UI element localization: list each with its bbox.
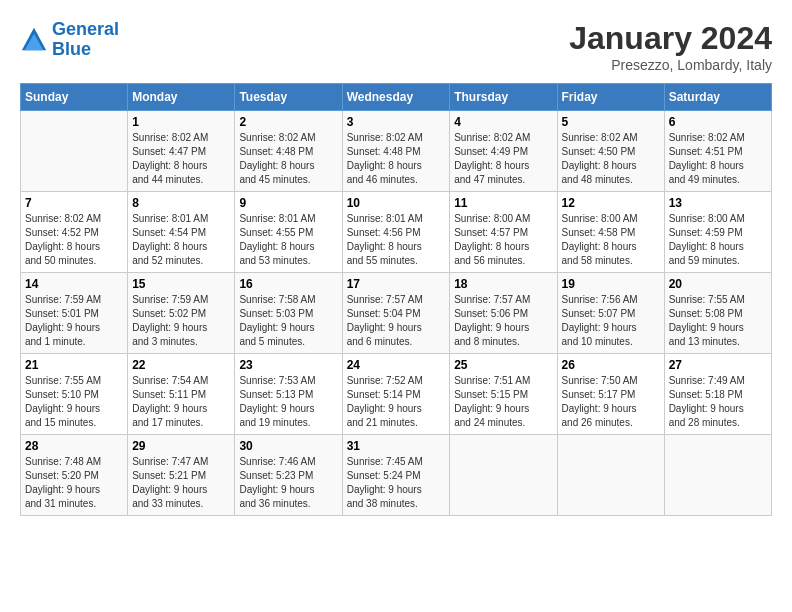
calendar-cell [557,435,664,516]
day-number: 21 [25,358,123,372]
day-number: 19 [562,277,660,291]
day-info: Sunrise: 7:51 AM Sunset: 5:15 PM Dayligh… [454,374,552,430]
calendar-cell: 2Sunrise: 8:02 AM Sunset: 4:48 PM Daylig… [235,111,342,192]
logo-text: General Blue [52,20,119,60]
calendar-cell: 22Sunrise: 7:54 AM Sunset: 5:11 PM Dayli… [128,354,235,435]
calendar-cell: 1Sunrise: 8:02 AM Sunset: 4:47 PM Daylig… [128,111,235,192]
calendar-cell: 3Sunrise: 8:02 AM Sunset: 4:48 PM Daylig… [342,111,450,192]
day-number: 18 [454,277,552,291]
day-info: Sunrise: 7:50 AM Sunset: 5:17 PM Dayligh… [562,374,660,430]
day-info: Sunrise: 8:01 AM Sunset: 4:55 PM Dayligh… [239,212,337,268]
day-number: 26 [562,358,660,372]
weekday-header: Sunday [21,84,128,111]
day-info: Sunrise: 7:47 AM Sunset: 5:21 PM Dayligh… [132,455,230,511]
calendar-cell: 6Sunrise: 8:02 AM Sunset: 4:51 PM Daylig… [664,111,771,192]
location-subtitle: Presezzo, Lombardy, Italy [569,57,772,73]
title-area: January 2024 Presezzo, Lombardy, Italy [569,20,772,73]
day-number: 28 [25,439,123,453]
calendar-week-row: 1Sunrise: 8:02 AM Sunset: 4:47 PM Daylig… [21,111,772,192]
day-number: 6 [669,115,767,129]
day-info: Sunrise: 8:00 AM Sunset: 4:58 PM Dayligh… [562,212,660,268]
calendar-week-row: 7Sunrise: 8:02 AM Sunset: 4:52 PM Daylig… [21,192,772,273]
day-info: Sunrise: 7:48 AM Sunset: 5:20 PM Dayligh… [25,455,123,511]
day-info: Sunrise: 8:02 AM Sunset: 4:48 PM Dayligh… [239,131,337,187]
day-info: Sunrise: 8:02 AM Sunset: 4:52 PM Dayligh… [25,212,123,268]
day-number: 2 [239,115,337,129]
calendar-cell: 28Sunrise: 7:48 AM Sunset: 5:20 PM Dayli… [21,435,128,516]
day-info: Sunrise: 8:00 AM Sunset: 4:59 PM Dayligh… [669,212,767,268]
day-info: Sunrise: 8:01 AM Sunset: 4:56 PM Dayligh… [347,212,446,268]
calendar-cell: 23Sunrise: 7:53 AM Sunset: 5:13 PM Dayli… [235,354,342,435]
calendar-cell: 16Sunrise: 7:58 AM Sunset: 5:03 PM Dayli… [235,273,342,354]
calendar-cell: 10Sunrise: 8:01 AM Sunset: 4:56 PM Dayli… [342,192,450,273]
day-info: Sunrise: 7:54 AM Sunset: 5:11 PM Dayligh… [132,374,230,430]
day-info: Sunrise: 7:59 AM Sunset: 5:01 PM Dayligh… [25,293,123,349]
day-info: Sunrise: 8:01 AM Sunset: 4:54 PM Dayligh… [132,212,230,268]
calendar-cell: 26Sunrise: 7:50 AM Sunset: 5:17 PM Dayli… [557,354,664,435]
day-number: 3 [347,115,446,129]
day-info: Sunrise: 8:02 AM Sunset: 4:50 PM Dayligh… [562,131,660,187]
day-info: Sunrise: 8:02 AM Sunset: 4:49 PM Dayligh… [454,131,552,187]
day-number: 12 [562,196,660,210]
weekday-header: Monday [128,84,235,111]
day-info: Sunrise: 7:55 AM Sunset: 5:10 PM Dayligh… [25,374,123,430]
calendar-table: SundayMondayTuesdayWednesdayThursdayFrid… [20,83,772,516]
logo-general: General [52,19,119,39]
calendar-cell: 11Sunrise: 8:00 AM Sunset: 4:57 PM Dayli… [450,192,557,273]
day-info: Sunrise: 8:00 AM Sunset: 4:57 PM Dayligh… [454,212,552,268]
day-info: Sunrise: 7:56 AM Sunset: 5:07 PM Dayligh… [562,293,660,349]
calendar-cell [21,111,128,192]
day-info: Sunrise: 7:46 AM Sunset: 5:23 PM Dayligh… [239,455,337,511]
day-info: Sunrise: 8:02 AM Sunset: 4:47 PM Dayligh… [132,131,230,187]
day-number: 4 [454,115,552,129]
day-number: 30 [239,439,337,453]
calendar-cell: 21Sunrise: 7:55 AM Sunset: 5:10 PM Dayli… [21,354,128,435]
calendar-cell: 12Sunrise: 8:00 AM Sunset: 4:58 PM Dayli… [557,192,664,273]
calendar-cell: 17Sunrise: 7:57 AM Sunset: 5:04 PM Dayli… [342,273,450,354]
calendar-cell: 24Sunrise: 7:52 AM Sunset: 5:14 PM Dayli… [342,354,450,435]
calendar-cell: 14Sunrise: 7:59 AM Sunset: 5:01 PM Dayli… [21,273,128,354]
logo-icon [20,26,48,54]
calendar-cell: 31Sunrise: 7:45 AM Sunset: 5:24 PM Dayli… [342,435,450,516]
day-number: 15 [132,277,230,291]
day-info: Sunrise: 7:59 AM Sunset: 5:02 PM Dayligh… [132,293,230,349]
calendar-cell: 15Sunrise: 7:59 AM Sunset: 5:02 PM Dayli… [128,273,235,354]
day-number: 24 [347,358,446,372]
day-info: Sunrise: 7:45 AM Sunset: 5:24 PM Dayligh… [347,455,446,511]
day-info: Sunrise: 7:57 AM Sunset: 5:04 PM Dayligh… [347,293,446,349]
day-info: Sunrise: 7:49 AM Sunset: 5:18 PM Dayligh… [669,374,767,430]
day-number: 17 [347,277,446,291]
day-info: Sunrise: 7:55 AM Sunset: 5:08 PM Dayligh… [669,293,767,349]
weekday-header: Thursday [450,84,557,111]
calendar-week-row: 28Sunrise: 7:48 AM Sunset: 5:20 PM Dayli… [21,435,772,516]
calendar-cell: 29Sunrise: 7:47 AM Sunset: 5:21 PM Dayli… [128,435,235,516]
logo: General Blue [20,20,119,60]
day-number: 20 [669,277,767,291]
page-header: General Blue January 2024 Presezzo, Lomb… [20,20,772,73]
day-number: 16 [239,277,337,291]
day-number: 31 [347,439,446,453]
month-title: January 2024 [569,20,772,57]
calendar-cell: 13Sunrise: 8:00 AM Sunset: 4:59 PM Dayli… [664,192,771,273]
calendar-cell: 20Sunrise: 7:55 AM Sunset: 5:08 PM Dayli… [664,273,771,354]
calendar-cell: 7Sunrise: 8:02 AM Sunset: 4:52 PM Daylig… [21,192,128,273]
calendar-cell: 4Sunrise: 8:02 AM Sunset: 4:49 PM Daylig… [450,111,557,192]
day-info: Sunrise: 7:58 AM Sunset: 5:03 PM Dayligh… [239,293,337,349]
calendar-cell: 30Sunrise: 7:46 AM Sunset: 5:23 PM Dayli… [235,435,342,516]
day-info: Sunrise: 7:53 AM Sunset: 5:13 PM Dayligh… [239,374,337,430]
calendar-cell: 8Sunrise: 8:01 AM Sunset: 4:54 PM Daylig… [128,192,235,273]
calendar-cell: 5Sunrise: 8:02 AM Sunset: 4:50 PM Daylig… [557,111,664,192]
day-info: Sunrise: 8:02 AM Sunset: 4:51 PM Dayligh… [669,131,767,187]
day-number: 11 [454,196,552,210]
day-number: 25 [454,358,552,372]
day-number: 7 [25,196,123,210]
day-number: 23 [239,358,337,372]
weekday-header: Saturday [664,84,771,111]
day-number: 8 [132,196,230,210]
day-info: Sunrise: 7:57 AM Sunset: 5:06 PM Dayligh… [454,293,552,349]
weekday-header: Friday [557,84,664,111]
weekday-header: Tuesday [235,84,342,111]
day-number: 13 [669,196,767,210]
day-number: 5 [562,115,660,129]
day-number: 9 [239,196,337,210]
